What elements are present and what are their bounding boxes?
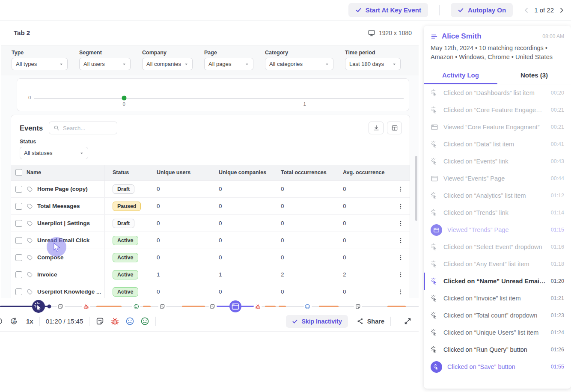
segment-select[interactable]: All users bbox=[79, 58, 131, 70]
playback-speed-button[interactable]: 1x bbox=[26, 318, 33, 325]
tab-activity-log[interactable]: Activity Log bbox=[424, 66, 497, 84]
start-at-key-event-button[interactable]: Start At Key Event bbox=[348, 3, 428, 17]
replayed-tab-title[interactable]: Tab 2 bbox=[14, 29, 30, 36]
activity-log-item[interactable]: Clicked on “Events” link 00:43 bbox=[424, 153, 571, 170]
activity-log-item-current[interactable]: Clicked on “Name” Unread Email C... 01:2… bbox=[424, 273, 571, 290]
time-period-select[interactable]: Last 180 days bbox=[345, 58, 401, 70]
column-header-unique-companies[interactable]: Unique companies bbox=[219, 169, 281, 175]
activity-log-item[interactable]: Clicked on “Core Feature Engagem... 00:2… bbox=[424, 101, 571, 119]
activity-log-item[interactable]: Clicked on “Trends” link 01:14 bbox=[424, 204, 571, 221]
activity-log-item[interactable]: Clicked on “Analytics” list item 01:12 bbox=[424, 187, 571, 204]
row-menu-button[interactable] bbox=[392, 203, 410, 210]
slider-track[interactable] bbox=[34, 98, 404, 99]
positive-reaction-button[interactable] bbox=[140, 317, 149, 326]
rewind-10-button[interactable] bbox=[0, 317, 3, 326]
export-button[interactable] bbox=[369, 122, 384, 134]
table-row[interactable]: Home Page (copy) Draft 0 0 0 0 bbox=[11, 181, 410, 198]
row-checkbox[interactable] bbox=[15, 220, 22, 227]
page-select[interactable]: All pages bbox=[204, 58, 253, 70]
table-row[interactable]: Compose Active 0 0 0 0 bbox=[11, 249, 410, 266]
timeline-sad-marker[interactable] bbox=[303, 303, 312, 311]
session-user[interactable]: Alice Smith bbox=[431, 32, 482, 41]
activity-log-item-save[interactable]: Clicked on “Save” button 01:55 bbox=[424, 358, 571, 375]
timeline-segment-inactivity[interactable] bbox=[319, 306, 339, 307]
add-note-button[interactable] bbox=[95, 317, 104, 326]
timeline-segment-inactivity[interactable] bbox=[143, 306, 151, 307]
column-header-avg-occurrence[interactable]: Avg. occurrence bbox=[343, 169, 392, 175]
previous-recording-icon[interactable] bbox=[523, 7, 530, 14]
activity-log-item[interactable]: Clicked on “Invoice” list item 01:21 bbox=[424, 290, 571, 307]
columns-button[interactable] bbox=[387, 122, 402, 134]
row-menu-button[interactable] bbox=[392, 220, 410, 227]
autoplay-toggle-button[interactable]: Autoplay On bbox=[451, 3, 513, 17]
row-menu-button[interactable] bbox=[392, 237, 410, 244]
row-checkbox[interactable] bbox=[15, 271, 22, 278]
timeline-note-marker[interactable] bbox=[57, 303, 65, 311]
row-checkbox[interactable] bbox=[15, 254, 22, 261]
timeline-segment-inactivity[interactable] bbox=[96, 306, 122, 307]
type-select[interactable]: All types bbox=[12, 58, 68, 70]
activity-log-item[interactable]: Clicked on “Data” list item 00:41 bbox=[424, 136, 571, 153]
column-header-status[interactable]: Status bbox=[104, 165, 157, 180]
table-row[interactable]: Userpilot Knowledge ... Active 0 0 0 0 bbox=[11, 283, 410, 298]
category-select[interactable]: All categories bbox=[265, 58, 333, 70]
player-timeline[interactable] bbox=[0, 302, 419, 311]
activity-log-item[interactable]: Clicked on “Total count” dropdown 01:23 bbox=[424, 307, 571, 324]
activity-log-item[interactable]: Clicked on “Run Query” button 01:26 bbox=[424, 341, 571, 358]
search-input[interactable] bbox=[63, 125, 113, 131]
events-search[interactable] bbox=[49, 122, 117, 134]
timeline-segment-inactivity[interactable] bbox=[182, 306, 205, 307]
table-row[interactable]: Invoice Active 1 1 2 2 bbox=[11, 266, 410, 283]
timeline-segment-inactivity[interactable] bbox=[265, 306, 276, 307]
row-menu-button[interactable] bbox=[392, 186, 410, 193]
activity-log-item[interactable]: Viewed “Core Feature Engagment” 00:21 bbox=[424, 119, 571, 136]
timeline-segment-inactivity[interactable] bbox=[387, 306, 406, 307]
activity-log-item[interactable]: Clicked on “Any Event” list item 01:18 bbox=[424, 255, 571, 273]
activity-log-item[interactable]: Clicked on “Select Event” dropdown 01:16 bbox=[424, 238, 571, 255]
tab-notes[interactable]: Notes (3) bbox=[497, 66, 571, 84]
timeline-note-marker[interactable] bbox=[354, 303, 362, 311]
timeline-happy-marker[interactable] bbox=[132, 303, 140, 311]
row-checkbox[interactable] bbox=[15, 288, 22, 295]
row-checkbox[interactable] bbox=[15, 237, 22, 244]
row-menu-button[interactable] bbox=[392, 288, 410, 295]
table-row[interactable]: Unread Email Click Active 0 0 0 0 bbox=[11, 232, 410, 249]
column-header-unique-users[interactable]: Unique users bbox=[157, 169, 219, 175]
status-select[interactable]: All statuses bbox=[20, 147, 88, 159]
share-button[interactable]: Share bbox=[357, 318, 384, 325]
fullscreen-button[interactable] bbox=[404, 317, 412, 325]
activity-log-item[interactable]: Viewed “Events” Page 00:44 bbox=[424, 170, 571, 187]
row-menu-button[interactable] bbox=[392, 254, 410, 261]
forward-10-button[interactable] bbox=[9, 317, 18, 326]
timeline-note-marker[interactable] bbox=[208, 303, 217, 311]
avg-occurrence-value: 0 bbox=[343, 220, 392, 226]
column-header-name[interactable]: Name bbox=[27, 169, 104, 175]
row-menu-button[interactable] bbox=[392, 271, 410, 278]
timeline-bug-marker[interactable] bbox=[254, 303, 262, 311]
timeline-dot-marker[interactable] bbox=[48, 305, 51, 309]
next-recording-icon[interactable] bbox=[558, 7, 565, 14]
table-scrollbar[interactable] bbox=[415, 156, 417, 221]
row-checkbox[interactable] bbox=[15, 186, 22, 193]
company-select[interactable]: All companies bbox=[142, 58, 193, 70]
select-all-checkbox[interactable] bbox=[15, 169, 22, 176]
report-bug-button[interactable] bbox=[110, 317, 119, 326]
activity-log-item-highlighted[interactable]: Viewed “Trends” Page 01:15 bbox=[424, 221, 571, 238]
skip-inactivity-button[interactable]: Skip Inactivity bbox=[286, 315, 348, 328]
timeline-current-marker[interactable] bbox=[32, 300, 45, 313]
column-header-total-occurrences[interactable]: Total occurrences bbox=[281, 169, 343, 175]
activity-log-item[interactable]: Clicked on “Unique Users” list item 01:2… bbox=[424, 324, 571, 341]
start-at-key-event-label: Start At Key Event bbox=[366, 6, 421, 14]
timeline-page-marker[interactable] bbox=[229, 300, 241, 312]
table-row[interactable]: Userpilot | Settings Draft 0 0 0 0 bbox=[11, 215, 410, 232]
row-checkbox[interactable] bbox=[15, 203, 22, 210]
monitor-icon bbox=[368, 29, 375, 37]
negative-reaction-button[interactable] bbox=[125, 317, 134, 326]
timeline-bug-marker[interactable] bbox=[82, 303, 90, 311]
activity-log-item[interactable]: Clicked on “Dashboards” list item 00:20 bbox=[424, 84, 571, 101]
timeline-segment-inactivity[interactable] bbox=[279, 306, 286, 307]
slider-handle[interactable] bbox=[122, 96, 126, 101]
status-badge: Active bbox=[113, 270, 138, 279]
table-row[interactable]: Total Meesages Paused 0 0 0 0 bbox=[11, 198, 410, 215]
timeline-note-marker[interactable] bbox=[158, 303, 167, 311]
